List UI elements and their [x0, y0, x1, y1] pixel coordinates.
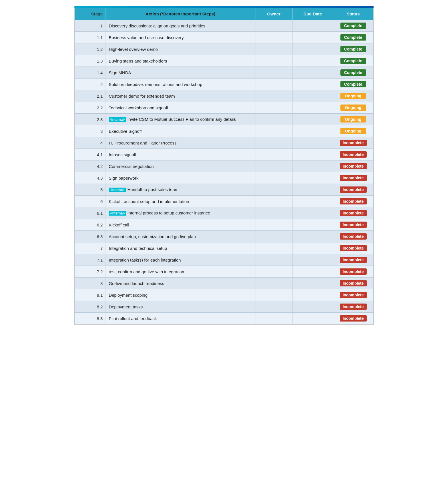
owner-cell [255, 125, 292, 137]
action-cell: Business value and use-case discovery [106, 32, 255, 43]
table-row: 1.1Business value and use-case discovery… [75, 32, 374, 43]
stage-cell: 1 [75, 20, 106, 32]
stage-cell: 1.1 [75, 32, 106, 43]
table-row: 8Go-live and launch readinessIncomplete [75, 278, 374, 289]
action-cell: Sign MNDA [106, 67, 255, 79]
status-badge: Complete [340, 58, 366, 64]
status-cell: Incomplete [333, 242, 374, 254]
table-row: 7Integration and technical setupIncomple… [75, 242, 374, 254]
status-badge: Incomplete [340, 175, 367, 181]
owner-cell [255, 301, 292, 313]
owner-cell [255, 219, 292, 231]
owner-cell [255, 313, 292, 324]
owner-cell [255, 196, 292, 207]
table-row: 7.2test, confirm and go-live with integr… [75, 266, 374, 278]
status-cell: Complete [333, 55, 374, 67]
stage-cell: 1.4 [75, 67, 106, 79]
action-cell: Deployment scoping [106, 289, 255, 301]
owner-cell [255, 55, 292, 67]
status-cell: Incomplete [333, 207, 374, 219]
stage-cell: 8.1 [75, 289, 106, 301]
owner-cell [255, 90, 292, 102]
action-cell: High-level overview demo [106, 43, 255, 55]
status-badge: Incomplete [340, 292, 367, 298]
table-header-row: Stage Action (*Denotes Important Steps) … [75, 8, 374, 20]
status-cell: Incomplete [333, 266, 374, 278]
status-badge: Complete [340, 46, 366, 52]
stage-cell: 1.2 [75, 43, 106, 55]
stage-cell: 4.3 [75, 172, 106, 184]
duedate-cell [292, 301, 333, 313]
stage-cell: 4 [75, 137, 106, 149]
duedate-cell [292, 289, 333, 301]
owner-cell [255, 242, 292, 254]
owner-cell [255, 149, 292, 160]
status-badge: Ongoing [340, 116, 366, 123]
owner-cell [255, 184, 292, 196]
action-cell: Infosec signoff [106, 149, 255, 160]
stage-cell: 8.3 [75, 313, 106, 324]
status-badge: Incomplete [340, 222, 367, 228]
status-badge: Incomplete [340, 210, 367, 216]
table-row: 1.3 Buying steps and stakeholdersComplet… [75, 55, 374, 67]
status-cell: Complete [333, 67, 374, 79]
table-row: 2.2Technical workshop and signoffOngoing [75, 102, 374, 114]
status-cell: Incomplete [333, 313, 374, 324]
col-header-stage: Stage [75, 8, 106, 20]
stage-cell: 6.2 [75, 219, 106, 231]
main-table-container: Stage Action (*Denotes Important Steps) … [74, 6, 374, 325]
table-row: 1.4Sign MNDAComplete [75, 67, 374, 79]
status-cell: Ongoing [333, 102, 374, 114]
table-body: 1Discovery discussions: align on goals a… [75, 20, 374, 324]
action-cell: -Internal-Internal process to setup cust… [106, 207, 255, 219]
stage-cell: 7.2 [75, 266, 106, 278]
status-badge: Incomplete [340, 315, 367, 322]
status-badge: Incomplete [340, 198, 367, 204]
stage-cell: 6.1 [75, 207, 106, 219]
status-cell: Incomplete [333, 160, 374, 172]
status-badge: Incomplete [340, 151, 367, 158]
status-cell: Complete [333, 20, 374, 32]
duedate-cell [292, 137, 333, 149]
stage-cell: 7.1 [75, 254, 106, 266]
action-cell: test, confirm and go-live with integrati… [106, 266, 255, 278]
duedate-cell [292, 172, 333, 184]
table-row: 6.2Kickoff callIncomplete [75, 219, 374, 231]
owner-cell [255, 114, 292, 125]
stage-cell: 4.1 [75, 149, 106, 160]
status-badge: Incomplete [340, 233, 367, 240]
status-cell: Incomplete [333, 231, 374, 242]
action-cell: Commercial negotiation [106, 160, 255, 172]
stage-cell: 8 [75, 278, 106, 289]
status-cell: Incomplete [333, 184, 374, 196]
owner-cell [255, 207, 292, 219]
table-row: 1.2High-level overview demoComplete [75, 43, 374, 55]
action-cell: Integration task(s) for each integration [106, 254, 255, 266]
duedate-cell [292, 90, 333, 102]
table-row: 2.3-Internal-Invite CSM to Mutual Succes… [75, 114, 374, 125]
duedate-cell [292, 313, 333, 324]
table-row: 8.3Pilot rollout and feedbackIncomplete [75, 313, 374, 324]
status-badge: Complete [340, 81, 366, 87]
status-badge: Ongoing [340, 93, 366, 99]
action-cell: Discovery discussions: align on goals an… [106, 20, 255, 32]
status-cell: Ongoing [333, 114, 374, 125]
stage-cell: 2.1 [75, 90, 106, 102]
owner-cell [255, 67, 292, 79]
table-row: 1Discovery discussions: align on goals a… [75, 20, 374, 32]
owner-cell [255, 20, 292, 32]
action-cell: Buying steps and stakeholders [106, 55, 255, 67]
action-cell: Pilot rollout and feedback [106, 313, 255, 324]
table-row: 8.2Deployment tasksIncomplete [75, 301, 374, 313]
duedate-cell [292, 149, 333, 160]
status-badge: Complete [340, 34, 366, 41]
status-cell: Incomplete [333, 196, 374, 207]
status-cell: Incomplete [333, 137, 374, 149]
stages-table: Stage Action (*Denotes Important Steps) … [74, 8, 374, 324]
duedate-cell [292, 67, 333, 79]
owner-cell [255, 289, 292, 301]
action-cell: Account setup, customization and go-live… [106, 231, 255, 242]
table-row: 4IT, Procurement and Paper ProcessIncomp… [75, 137, 374, 149]
duedate-cell [292, 196, 333, 207]
status-cell: Incomplete [333, 254, 374, 266]
